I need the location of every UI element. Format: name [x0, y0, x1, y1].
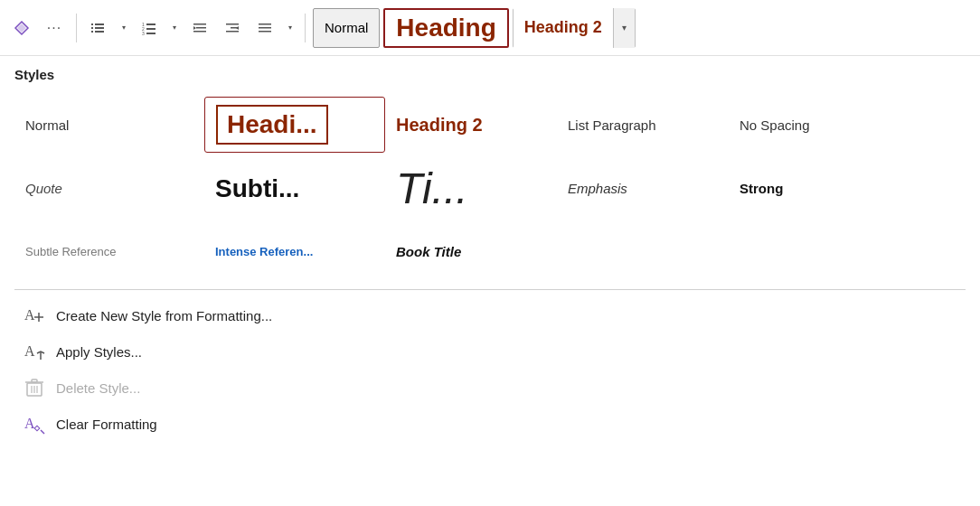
style-subtitle-text: Subti... — [215, 174, 299, 203]
numbered-list-dropdown[interactable]: ▾ — [167, 14, 182, 42]
bullet-list-dropdown[interactable]: ▾ — [117, 14, 131, 42]
style-quote[interactable]: Quote — [14, 162, 204, 216]
apply-styles-label: Apply Styles... — [56, 344, 142, 360]
bullet-list-icon[interactable] — [84, 14, 113, 42]
svg-rect-3 — [95, 27, 104, 29]
style-emphasis[interactable]: Emphasis — [557, 162, 729, 216]
style-subtle-reference[interactable]: Subtle Reference — [14, 224, 204, 278]
style-book-title[interactable]: Book Title — [385, 224, 557, 278]
create-style-label: Create New Style from Formatting... — [56, 308, 272, 323]
style-heading2-label: Heading 2 — [524, 18, 602, 37]
style-heading1[interactable]: Headi... — [204, 97, 385, 153]
svg-marker-14 — [193, 26, 196, 30]
style-normal-label: Normal — [325, 20, 368, 35]
style-heading2-pill[interactable]: Heading 2 — [514, 8, 613, 48]
svg-rect-22 — [259, 31, 271, 33]
sort-dropdown[interactable]: ▾ — [283, 14, 297, 42]
svg-rect-5 — [95, 31, 104, 33]
svg-rect-21 — [259, 27, 271, 29]
svg-rect-30 — [32, 380, 37, 382]
svg-text:A: A — [24, 343, 35, 359]
svg-marker-35 — [34, 426, 40, 431]
styles-row-3: Subtle Reference Intense Referen... Book… — [14, 224, 966, 278]
sort-icon[interactable] — [250, 14, 279, 42]
divider-2 — [305, 14, 306, 42]
style-no-spacing[interactable]: No Spacing — [729, 98, 891, 152]
style-heading-pill[interactable]: Heading — [383, 8, 508, 48]
create-style-button[interactable]: A Create New Style from Formatting... — [14, 297, 966, 333]
style-list-paragraph[interactable]: List Paragraph — [557, 98, 729, 152]
style-normal-pill[interactable]: Normal — [313, 8, 380, 48]
decrease-indent-icon[interactable] — [185, 14, 214, 42]
styles-row-2: Quote Subti... Ti... Emphasis Strong — [14, 156, 966, 220]
style-heading2-dropdown[interactable]: ▾ — [613, 8, 635, 48]
svg-rect-11 — [146, 33, 155, 34]
svg-rect-0 — [91, 23, 93, 25]
style-strong[interactable]: Strong — [729, 162, 891, 216]
style-normal[interactable]: Normal — [14, 98, 204, 152]
create-style-icon: A — [22, 303, 47, 328]
style-no-spacing-text: No Spacing — [740, 117, 810, 133]
svg-rect-13 — [196, 27, 206, 29]
svg-rect-1 — [95, 23, 104, 25]
panel-divider — [14, 289, 966, 290]
apply-styles-button[interactable]: A Apply Styles... — [14, 333, 966, 370]
clear-formatting-label: Clear Formatting — [56, 417, 157, 432]
more-button[interactable]: ··· — [40, 14, 69, 42]
style-title[interactable]: Ti... — [385, 156, 557, 220]
style-heading1-text: Headi... — [216, 105, 328, 145]
style-list-paragraph-text: List Paragraph — [568, 117, 656, 133]
delete-style-button[interactable]: Delete Style... — [14, 370, 966, 406]
apply-styles-icon: A — [22, 339, 47, 364]
svg-rect-2 — [91, 27, 93, 29]
style-subtitle[interactable]: Subti... — [204, 162, 385, 216]
styles-title: Styles — [14, 67, 966, 82]
numbered-list-icon[interactable]: 123 — [135, 14, 164, 42]
svg-rect-19 — [226, 31, 239, 33]
style-heading2-group: Heading 2 ▾ — [513, 8, 636, 48]
svg-rect-7 — [146, 23, 155, 25]
style-subtle-ref-text: Subtle Reference — [25, 245, 116, 258]
svg-rect-16 — [226, 23, 239, 25]
svg-rect-9 — [146, 28, 155, 30]
style-normal-text: Normal — [25, 117, 69, 133]
style-heading2[interactable]: Heading 2 — [385, 98, 557, 152]
svg-rect-4 — [91, 31, 93, 33]
style-intense-reference[interactable]: Intense Referen... — [204, 224, 385, 278]
toolbar: ··· ▾ 123 ▾ ▾ Normal Heading Heading 2 — [0, 0, 980, 56]
style-heading2-text: Heading 2 — [396, 115, 483, 136]
style-quote-text: Quote — [25, 181, 62, 196]
diamond-icon[interactable] — [7, 14, 36, 42]
clear-formatting-button[interactable]: A Clear Formatting — [14, 406, 966, 442]
style-strong-text: Strong — [740, 181, 783, 196]
styles-row-1: Normal Headi... Heading 2 List Paragraph… — [14, 97, 966, 153]
style-intense-ref-text: Intense Referen... — [215, 245, 313, 258]
svg-text:A: A — [24, 307, 35, 323]
divider-1 — [76, 14, 77, 42]
svg-text:3: 3 — [142, 31, 145, 36]
svg-rect-12 — [193, 23, 206, 25]
svg-marker-18 — [236, 26, 239, 30]
styles-panel: Styles Normal Headi... Heading 2 List Pa… — [0, 56, 980, 453]
style-title-text: Ti... — [396, 164, 468, 213]
delete-style-label: Delete Style... — [56, 380, 140, 396]
svg-text:A: A — [24, 416, 35, 431]
svg-rect-15 — [193, 31, 206, 33]
style-emphasis-text: Emphasis — [568, 181, 627, 196]
svg-rect-20 — [259, 23, 271, 25]
style-heading-label: Heading — [396, 14, 495, 42]
style-book-title-text: Book Title — [396, 244, 461, 259]
increase-indent-icon[interactable] — [218, 14, 247, 42]
clear-formatting-icon: A — [22, 411, 47, 436]
delete-style-icon — [22, 375, 47, 400]
